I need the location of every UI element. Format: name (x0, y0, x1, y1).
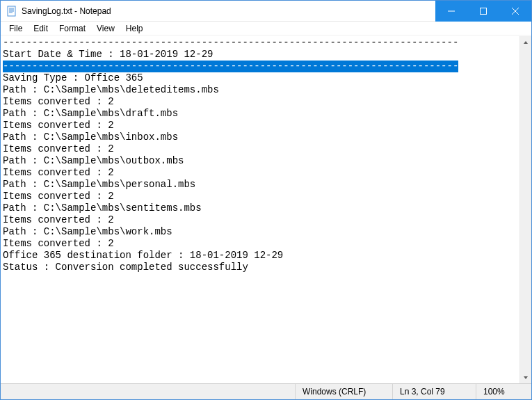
text-line[interactable]: Start Date & Time : 18-01-2019 12-29 (3, 49, 529, 61)
vertical-scrollbar[interactable] (519, 36, 531, 383)
status-zoom: 100% (476, 384, 531, 399)
status-encoding: Windows (CRLF) (295, 384, 392, 399)
text-line[interactable]: Status : Conversion completed successful… (3, 262, 529, 273)
notepad-window: SavingLog.txt - Notepad File Edit Format… (0, 0, 532, 400)
text-line[interactable]: Items converted : 2 (3, 96, 529, 108)
text-line[interactable]: Path : C:\Sample\mbs\inbox.mbs (3, 131, 529, 143)
scroll-up-icon[interactable] (520, 36, 531, 48)
text-line[interactable]: Items converted : 2 (3, 238, 529, 250)
scrollbar-track[interactable] (520, 48, 531, 371)
window-controls (435, 1, 531, 22)
text-line[interactable]: Path : C:\Sample\mbs\draft.mbs (3, 108, 529, 120)
text-line[interactable]: Office 365 destination folder : 18-01-20… (3, 250, 529, 262)
text-line[interactable]: ----------------------------------------… (3, 61, 458, 72)
text-editor[interactable]: ----------------------------------------… (1, 35, 531, 383)
text-line[interactable]: Items converted : 2 (3, 143, 529, 155)
menubar: File Edit Format View Help (1, 22, 531, 35)
text-line[interactable]: ----------------------------------------… (3, 37, 529, 49)
menu-edit[interactable]: Edit (28, 22, 54, 35)
scroll-down-icon[interactable] (520, 371, 531, 383)
menu-format[interactable]: Format (54, 22, 91, 35)
menu-file[interactable]: File (3, 22, 28, 35)
text-line[interactable]: Saving Type : Office 365 (3, 72, 529, 84)
statusbar: Windows (CRLF) Ln 3, Col 79 100% (1, 383, 531, 399)
text-line[interactable]: Items converted : 2 (3, 191, 529, 202)
status-spacer (1, 384, 295, 399)
text-line[interactable]: Items converted : 2 (3, 214, 529, 226)
text-line[interactable]: Path : C:\Sample\mbs\sentitems.mbs (3, 202, 529, 214)
menu-view[interactable]: View (91, 22, 120, 35)
minimize-button[interactable] (435, 1, 467, 22)
text-line[interactable]: Path : C:\Sample\mbs\outbox.mbs (3, 155, 529, 167)
text-line[interactable]: Path : C:\Sample\mbs\work.mbs (3, 226, 529, 238)
menu-help[interactable]: Help (120, 22, 149, 35)
text-line[interactable]: Path : C:\Sample\mbs\personal.mbs (3, 179, 529, 191)
text-line[interactable]: Items converted : 2 (3, 167, 529, 179)
text-line[interactable]: Path : C:\Sample\mbs\deleteditems.mbs (3, 84, 529, 96)
titlebar[interactable]: SavingLog.txt - Notepad (1, 1, 531, 22)
notepad-icon (6, 6, 17, 17)
text-line[interactable]: Items converted : 2 (3, 120, 529, 131)
close-button[interactable] (499, 1, 531, 22)
svg-rect-6 (481, 8, 487, 14)
window-title: SavingLog.txt - Notepad (22, 6, 435, 16)
maximize-button[interactable] (467, 1, 499, 22)
status-position: Ln 3, Col 79 (392, 384, 476, 399)
